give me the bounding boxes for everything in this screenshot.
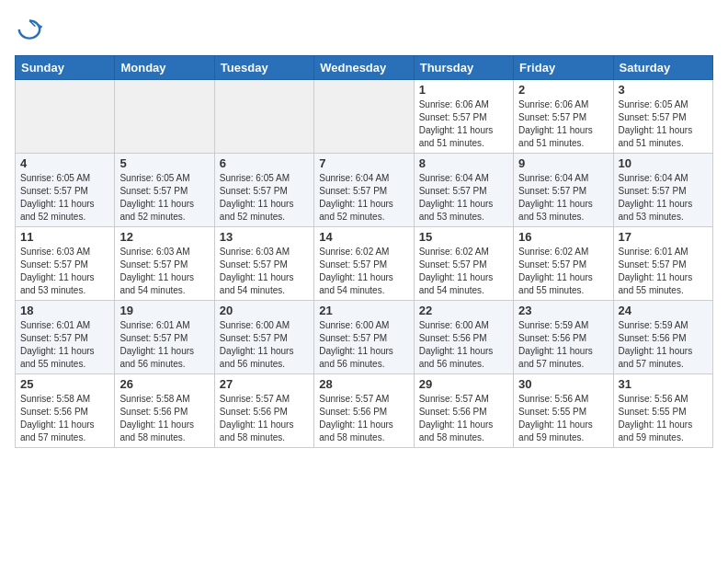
day-info: Sunrise: 6:00 AM Sunset: 5:56 PM Dayligh… <box>419 319 508 371</box>
calendar-cell: 22Sunrise: 6:00 AM Sunset: 5:56 PM Dayli… <box>414 301 513 374</box>
calendar-cell: 6Sunrise: 6:05 AM Sunset: 5:57 PM Daylig… <box>214 154 313 227</box>
calendar-cell: 1Sunrise: 6:06 AM Sunset: 5:57 PM Daylig… <box>414 80 513 154</box>
calendar-cell: 19Sunrise: 6:01 AM Sunset: 5:57 PM Dayli… <box>115 301 214 374</box>
day-number: 20 <box>220 304 309 317</box>
day-number: 21 <box>319 304 408 317</box>
day-info: Sunrise: 5:57 AM Sunset: 5:56 PM Dayligh… <box>319 393 408 444</box>
calendar-cell: 18Sunrise: 6:01 AM Sunset: 5:57 PM Dayli… <box>16 301 115 374</box>
calendar-cell: 7Sunrise: 6:04 AM Sunset: 5:57 PM Daylig… <box>314 154 414 227</box>
calendar-cell: 20Sunrise: 6:00 AM Sunset: 5:57 PM Dayli… <box>214 301 313 374</box>
header-saturday: Saturday <box>613 56 712 80</box>
calendar-cell <box>16 80 115 154</box>
day-number: 26 <box>119 377 209 391</box>
day-number: 19 <box>119 304 209 317</box>
header-tuesday: Tuesday <box>214 56 313 80</box>
day-info: Sunrise: 5:56 AM Sunset: 5:55 PM Dayligh… <box>518 393 608 444</box>
calendar-cell: 5Sunrise: 6:05 AM Sunset: 5:57 PM Daylig… <box>115 154 214 227</box>
day-number: 12 <box>119 230 209 244</box>
day-number: 1 <box>419 83 508 97</box>
calendar-cell: 13Sunrise: 6:03 AM Sunset: 5:57 PM Dayli… <box>214 227 313 301</box>
day-info: Sunrise: 6:03 AM Sunset: 5:57 PM Dayligh… <box>119 246 209 297</box>
header-sunday: Sunday <box>16 56 115 80</box>
calendar-cell: 12Sunrise: 6:03 AM Sunset: 5:57 PM Dayli… <box>115 227 214 301</box>
day-info: Sunrise: 6:05 AM Sunset: 5:57 PM Dayligh… <box>619 98 708 150</box>
header-thursday: Thursday <box>414 56 513 80</box>
day-number: 28 <box>319 377 408 391</box>
page-header <box>15 15 713 44</box>
day-number: 25 <box>20 377 109 391</box>
calendar-cell <box>214 80 313 154</box>
calendar-cell: 8Sunrise: 6:04 AM Sunset: 5:57 PM Daylig… <box>414 154 513 227</box>
day-info: Sunrise: 6:01 AM Sunset: 5:57 PM Dayligh… <box>619 246 708 297</box>
header-monday: Monday <box>115 56 214 80</box>
day-info: Sunrise: 6:03 AM Sunset: 5:57 PM Dayligh… <box>220 246 309 297</box>
calendar-cell: 28Sunrise: 5:57 AM Sunset: 5:56 PM Dayli… <box>314 374 414 448</box>
day-number: 11 <box>20 230 109 244</box>
week-row-1: 1Sunrise: 6:06 AM Sunset: 5:57 PM Daylig… <box>16 80 713 154</box>
day-number: 7 <box>319 156 408 170</box>
calendar-table: SundayMondayTuesdayWednesdayThursdayFrid… <box>15 55 713 448</box>
day-number: 9 <box>518 156 608 170</box>
logo <box>15 15 48 44</box>
header-friday: Friday <box>514 56 613 80</box>
day-info: Sunrise: 6:05 AM Sunset: 5:57 PM Dayligh… <box>220 172 309 224</box>
calendar-cell: 3Sunrise: 6:05 AM Sunset: 5:57 PM Daylig… <box>613 80 712 154</box>
day-number: 14 <box>319 230 408 244</box>
day-info: Sunrise: 5:56 AM Sunset: 5:55 PM Dayligh… <box>619 393 708 444</box>
calendar-cell: 9Sunrise: 6:04 AM Sunset: 5:57 PM Daylig… <box>514 154 613 227</box>
week-row-5: 25Sunrise: 5:58 AM Sunset: 5:56 PM Dayli… <box>16 374 713 448</box>
day-number: 13 <box>220 230 309 244</box>
day-number: 6 <box>220 156 309 170</box>
calendar-cell: 14Sunrise: 6:02 AM Sunset: 5:57 PM Dayli… <box>314 227 414 301</box>
day-number: 18 <box>20 304 109 317</box>
day-info: Sunrise: 6:05 AM Sunset: 5:57 PM Dayligh… <box>119 172 209 224</box>
day-info: Sunrise: 6:02 AM Sunset: 5:57 PM Dayligh… <box>319 246 408 297</box>
day-number: 5 <box>119 156 209 170</box>
day-info: Sunrise: 5:58 AM Sunset: 5:56 PM Dayligh… <box>20 393 109 444</box>
day-number: 22 <box>419 304 508 317</box>
day-number: 30 <box>518 377 608 391</box>
day-info: Sunrise: 5:57 AM Sunset: 5:56 PM Dayligh… <box>220 393 309 444</box>
day-info: Sunrise: 6:06 AM Sunset: 5:57 PM Dayligh… <box>419 98 508 150</box>
day-number: 2 <box>518 83 608 97</box>
day-number: 24 <box>619 304 708 317</box>
week-row-4: 18Sunrise: 6:01 AM Sunset: 5:57 PM Dayli… <box>16 301 713 374</box>
logo-icon <box>15 15 44 44</box>
day-info: Sunrise: 6:04 AM Sunset: 5:57 PM Dayligh… <box>319 172 408 224</box>
calendar-cell: 11Sunrise: 6:03 AM Sunset: 5:57 PM Dayli… <box>16 227 115 301</box>
day-number: 15 <box>419 230 508 244</box>
day-info: Sunrise: 6:06 AM Sunset: 5:57 PM Dayligh… <box>518 98 608 150</box>
calendar-cell: 10Sunrise: 6:04 AM Sunset: 5:57 PM Dayli… <box>613 154 712 227</box>
day-number: 29 <box>419 377 508 391</box>
day-info: Sunrise: 6:00 AM Sunset: 5:57 PM Dayligh… <box>220 319 309 371</box>
day-info: Sunrise: 5:59 AM Sunset: 5:56 PM Dayligh… <box>619 319 708 371</box>
calendar-cell: 15Sunrise: 6:02 AM Sunset: 5:57 PM Dayli… <box>414 227 513 301</box>
day-info: Sunrise: 6:02 AM Sunset: 5:57 PM Dayligh… <box>419 246 508 297</box>
calendar-cell: 24Sunrise: 5:59 AM Sunset: 5:56 PM Dayli… <box>613 301 712 374</box>
day-info: Sunrise: 6:03 AM Sunset: 5:57 PM Dayligh… <box>20 246 109 297</box>
calendar-cell: 30Sunrise: 5:56 AM Sunset: 5:55 PM Dayli… <box>514 374 613 448</box>
day-number: 17 <box>619 230 708 244</box>
day-number: 8 <box>419 156 508 170</box>
week-row-2: 4Sunrise: 6:05 AM Sunset: 5:57 PM Daylig… <box>16 154 713 227</box>
calendar-cell: 26Sunrise: 5:58 AM Sunset: 5:56 PM Dayli… <box>115 374 214 448</box>
calendar-cell: 23Sunrise: 5:59 AM Sunset: 5:56 PM Dayli… <box>514 301 613 374</box>
calendar-cell <box>115 80 214 154</box>
day-info: Sunrise: 6:04 AM Sunset: 5:57 PM Dayligh… <box>419 172 508 224</box>
day-number: 3 <box>619 83 708 97</box>
day-info: Sunrise: 6:01 AM Sunset: 5:57 PM Dayligh… <box>20 319 109 371</box>
day-info: Sunrise: 6:00 AM Sunset: 5:57 PM Dayligh… <box>319 319 408 371</box>
day-info: Sunrise: 5:59 AM Sunset: 5:56 PM Dayligh… <box>518 319 608 371</box>
day-info: Sunrise: 6:01 AM Sunset: 5:57 PM Dayligh… <box>119 319 209 371</box>
day-info: Sunrise: 6:05 AM Sunset: 5:57 PM Dayligh… <box>20 172 109 224</box>
calendar-cell: 2Sunrise: 6:06 AM Sunset: 5:57 PM Daylig… <box>514 80 613 154</box>
calendar-cell: 17Sunrise: 6:01 AM Sunset: 5:57 PM Dayli… <box>613 227 712 301</box>
calendar-cell: 21Sunrise: 6:00 AM Sunset: 5:57 PM Dayli… <box>314 301 414 374</box>
header-wednesday: Wednesday <box>314 56 414 80</box>
calendar-header-row: SundayMondayTuesdayWednesdayThursdayFrid… <box>16 56 713 80</box>
day-info: Sunrise: 6:04 AM Sunset: 5:57 PM Dayligh… <box>619 172 708 224</box>
calendar-cell <box>314 80 414 154</box>
day-number: 31 <box>619 377 708 391</box>
day-number: 10 <box>619 156 708 170</box>
day-info: Sunrise: 6:04 AM Sunset: 5:57 PM Dayligh… <box>518 172 608 224</box>
